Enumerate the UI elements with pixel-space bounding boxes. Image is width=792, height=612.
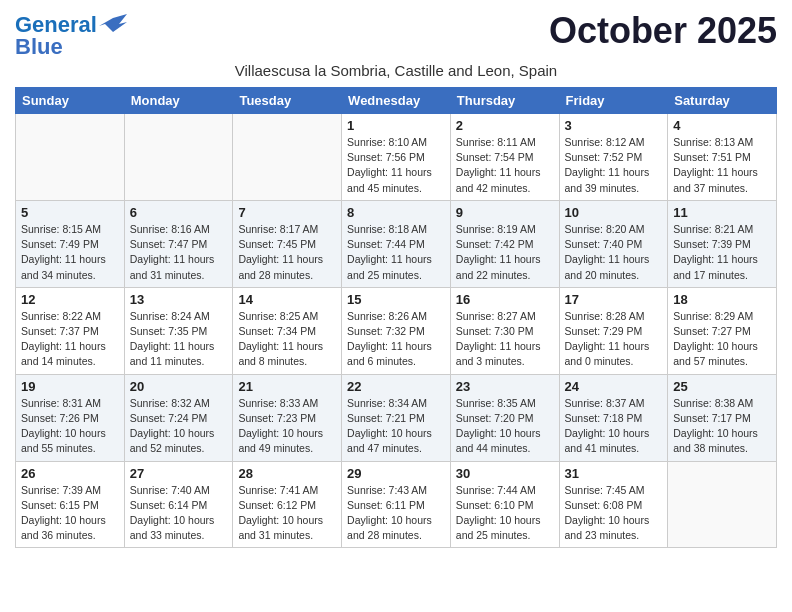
day-info: Sunrise: 8:29 AM Sunset: 7:27 PM Dayligh… (673, 309, 771, 370)
day-info: Sunrise: 8:10 AM Sunset: 7:56 PM Dayligh… (347, 135, 445, 196)
header-row: Sunday Monday Tuesday Wednesday Thursday… (16, 88, 777, 114)
day-cell (668, 461, 777, 548)
header-saturday: Saturday (668, 88, 777, 114)
day-cell: 15Sunrise: 8:26 AM Sunset: 7:32 PM Dayli… (342, 287, 451, 374)
day-number: 17 (565, 292, 663, 307)
day-number: 2 (456, 118, 554, 133)
header-friday: Friday (559, 88, 668, 114)
day-cell: 31Sunrise: 7:45 AM Sunset: 6:08 PM Dayli… (559, 461, 668, 548)
subtitle: Villaescusa la Sombria, Castille and Leo… (15, 62, 777, 79)
day-info: Sunrise: 8:18 AM Sunset: 7:44 PM Dayligh… (347, 222, 445, 283)
day-cell: 6Sunrise: 8:16 AM Sunset: 7:47 PM Daylig… (124, 200, 233, 287)
day-info: Sunrise: 8:32 AM Sunset: 7:24 PM Dayligh… (130, 396, 228, 457)
logo: General Blue (15, 14, 127, 58)
day-number: 24 (565, 379, 663, 394)
day-cell: 17Sunrise: 8:28 AM Sunset: 7:29 PM Dayli… (559, 287, 668, 374)
header-sunday: Sunday (16, 88, 125, 114)
day-cell: 8Sunrise: 8:18 AM Sunset: 7:44 PM Daylig… (342, 200, 451, 287)
week-row-1: 1Sunrise: 8:10 AM Sunset: 7:56 PM Daylig… (16, 114, 777, 201)
day-cell: 7Sunrise: 8:17 AM Sunset: 7:45 PM Daylig… (233, 200, 342, 287)
day-number: 30 (456, 466, 554, 481)
day-number: 3 (565, 118, 663, 133)
day-info: Sunrise: 8:20 AM Sunset: 7:40 PM Dayligh… (565, 222, 663, 283)
day-cell: 25Sunrise: 8:38 AM Sunset: 7:17 PM Dayli… (668, 374, 777, 461)
day-number: 13 (130, 292, 228, 307)
day-info: Sunrise: 7:39 AM Sunset: 6:15 PM Dayligh… (21, 483, 119, 544)
day-cell: 9Sunrise: 8:19 AM Sunset: 7:42 PM Daylig… (450, 200, 559, 287)
day-info: Sunrise: 8:33 AM Sunset: 7:23 PM Dayligh… (238, 396, 336, 457)
week-row-5: 26Sunrise: 7:39 AM Sunset: 6:15 PM Dayli… (16, 461, 777, 548)
day-info: Sunrise: 8:28 AM Sunset: 7:29 PM Dayligh… (565, 309, 663, 370)
day-info: Sunrise: 8:26 AM Sunset: 7:32 PM Dayligh… (347, 309, 445, 370)
day-cell: 29Sunrise: 7:43 AM Sunset: 6:11 PM Dayli… (342, 461, 451, 548)
day-cell: 14Sunrise: 8:25 AM Sunset: 7:34 PM Dayli… (233, 287, 342, 374)
logo-text-blue: Blue (15, 36, 127, 58)
day-cell: 10Sunrise: 8:20 AM Sunset: 7:40 PM Dayli… (559, 200, 668, 287)
day-cell: 16Sunrise: 8:27 AM Sunset: 7:30 PM Dayli… (450, 287, 559, 374)
day-cell: 4Sunrise: 8:13 AM Sunset: 7:51 PM Daylig… (668, 114, 777, 201)
day-info: Sunrise: 8:11 AM Sunset: 7:54 PM Dayligh… (456, 135, 554, 196)
day-cell: 3Sunrise: 8:12 AM Sunset: 7:52 PM Daylig… (559, 114, 668, 201)
day-number: 7 (238, 205, 336, 220)
logo-bird-icon (99, 14, 127, 36)
day-number: 16 (456, 292, 554, 307)
day-cell: 30Sunrise: 7:44 AM Sunset: 6:10 PM Dayli… (450, 461, 559, 548)
day-cell: 24Sunrise: 8:37 AM Sunset: 7:18 PM Dayli… (559, 374, 668, 461)
header-monday: Monday (124, 88, 233, 114)
day-number: 25 (673, 379, 771, 394)
day-number: 8 (347, 205, 445, 220)
day-number: 6 (130, 205, 228, 220)
day-number: 15 (347, 292, 445, 307)
day-info: Sunrise: 8:27 AM Sunset: 7:30 PM Dayligh… (456, 309, 554, 370)
header-tuesday: Tuesday (233, 88, 342, 114)
day-info: Sunrise: 8:24 AM Sunset: 7:35 PM Dayligh… (130, 309, 228, 370)
day-info: Sunrise: 8:16 AM Sunset: 7:47 PM Dayligh… (130, 222, 228, 283)
day-number: 5 (21, 205, 119, 220)
day-cell: 28Sunrise: 7:41 AM Sunset: 6:12 PM Dayli… (233, 461, 342, 548)
week-row-3: 12Sunrise: 8:22 AM Sunset: 7:37 PM Dayli… (16, 287, 777, 374)
week-row-4: 19Sunrise: 8:31 AM Sunset: 7:26 PM Dayli… (16, 374, 777, 461)
day-number: 1 (347, 118, 445, 133)
day-cell: 5Sunrise: 8:15 AM Sunset: 7:49 PM Daylig… (16, 200, 125, 287)
day-number: 10 (565, 205, 663, 220)
day-info: Sunrise: 7:43 AM Sunset: 6:11 PM Dayligh… (347, 483, 445, 544)
page: General Blue October 2025 Villaescusa la… (0, 0, 792, 558)
header-thursday: Thursday (450, 88, 559, 114)
month-title: October 2025 (549, 10, 777, 52)
day-number: 20 (130, 379, 228, 394)
day-info: Sunrise: 7:40 AM Sunset: 6:14 PM Dayligh… (130, 483, 228, 544)
day-info: Sunrise: 8:37 AM Sunset: 7:18 PM Dayligh… (565, 396, 663, 457)
day-cell: 11Sunrise: 8:21 AM Sunset: 7:39 PM Dayli… (668, 200, 777, 287)
logo-text: General (15, 14, 97, 36)
day-cell: 20Sunrise: 8:32 AM Sunset: 7:24 PM Dayli… (124, 374, 233, 461)
day-number: 21 (238, 379, 336, 394)
day-cell: 27Sunrise: 7:40 AM Sunset: 6:14 PM Dayli… (124, 461, 233, 548)
day-info: Sunrise: 8:12 AM Sunset: 7:52 PM Dayligh… (565, 135, 663, 196)
header: General Blue October 2025 (15, 10, 777, 58)
day-cell (124, 114, 233, 201)
day-number: 9 (456, 205, 554, 220)
header-wednesday: Wednesday (342, 88, 451, 114)
day-cell (16, 114, 125, 201)
day-cell: 23Sunrise: 8:35 AM Sunset: 7:20 PM Dayli… (450, 374, 559, 461)
day-info: Sunrise: 8:34 AM Sunset: 7:21 PM Dayligh… (347, 396, 445, 457)
day-number: 31 (565, 466, 663, 481)
day-info: Sunrise: 8:35 AM Sunset: 7:20 PM Dayligh… (456, 396, 554, 457)
day-cell: 2Sunrise: 8:11 AM Sunset: 7:54 PM Daylig… (450, 114, 559, 201)
day-number: 22 (347, 379, 445, 394)
day-cell: 26Sunrise: 7:39 AM Sunset: 6:15 PM Dayli… (16, 461, 125, 548)
day-number: 14 (238, 292, 336, 307)
day-info: Sunrise: 8:17 AM Sunset: 7:45 PM Dayligh… (238, 222, 336, 283)
day-cell: 13Sunrise: 8:24 AM Sunset: 7:35 PM Dayli… (124, 287, 233, 374)
day-number: 28 (238, 466, 336, 481)
day-info: Sunrise: 8:13 AM Sunset: 7:51 PM Dayligh… (673, 135, 771, 196)
day-cell: 1Sunrise: 8:10 AM Sunset: 7:56 PM Daylig… (342, 114, 451, 201)
day-cell: 22Sunrise: 8:34 AM Sunset: 7:21 PM Dayli… (342, 374, 451, 461)
day-info: Sunrise: 7:41 AM Sunset: 6:12 PM Dayligh… (238, 483, 336, 544)
day-number: 19 (21, 379, 119, 394)
day-info: Sunrise: 8:31 AM Sunset: 7:26 PM Dayligh… (21, 396, 119, 457)
day-number: 26 (21, 466, 119, 481)
day-number: 4 (673, 118, 771, 133)
day-info: Sunrise: 8:25 AM Sunset: 7:34 PM Dayligh… (238, 309, 336, 370)
day-cell: 19Sunrise: 8:31 AM Sunset: 7:26 PM Dayli… (16, 374, 125, 461)
